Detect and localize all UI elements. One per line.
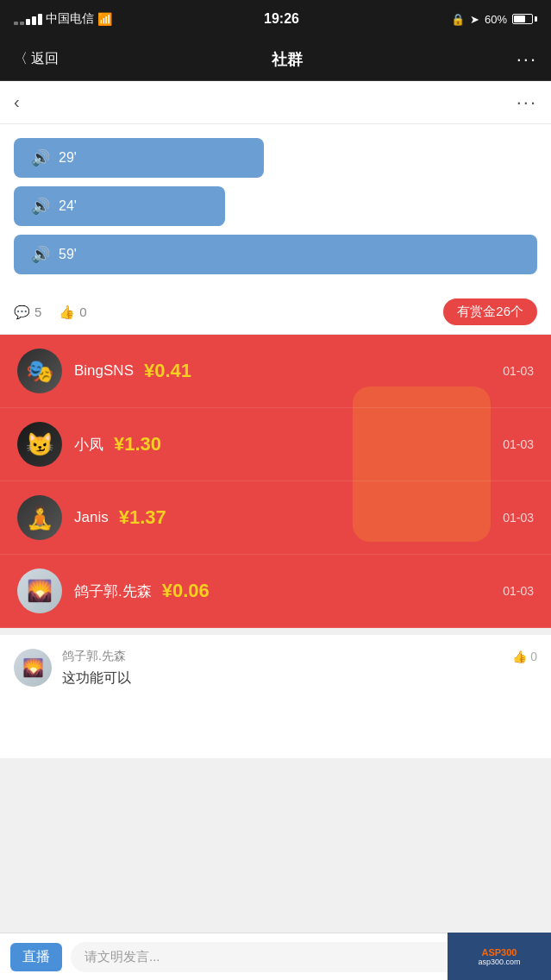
- reward-item-3[interactable]: 🧘 Janis ¥1.37 01-03: [0, 481, 551, 555]
- comment-section: 🌄 鸽子郭.先森 👍 0 这功能可以: [0, 628, 551, 702]
- status-bar: 中国电信 📶 19:26 🔒 ➤ 60%: [0, 0, 551, 38]
- voice-duration-3: 59': [59, 247, 77, 262]
- reward-amount-1: ¥0.41: [144, 360, 191, 382]
- action-left: 💬 5 👍 0: [14, 305, 87, 320]
- comment-username: 鸽子郭.先森: [62, 649, 126, 664]
- reward-button[interactable]: 有赏金26个: [443, 298, 537, 325]
- nav-more-button[interactable]: ···: [517, 48, 537, 71]
- reward-name-2: 小凤: [74, 435, 103, 455]
- watermark-url: asp300.com: [478, 958, 520, 966]
- like-button[interactable]: 👍 0: [59, 305, 86, 320]
- voice-icon-1: 🔊: [31, 148, 50, 167]
- comment-avatar: 🌄: [14, 649, 52, 687]
- reward-name-3: Janis: [74, 509, 109, 526]
- comment-content: 鸽子郭.先森 👍 0 这功能可以: [62, 649, 537, 688]
- reward-list: 🎭 BingSNS ¥0.41 01-03 😼 小凤 ¥1.30 01-03 🧘: [0, 335, 551, 628]
- reward-date-4: 01-03: [503, 584, 534, 598]
- nav-title: 社群: [272, 49, 303, 70]
- reward-name-4: 鸽子郭.先森: [74, 581, 152, 601]
- comment-item-1: 🌄 鸽子郭.先森 👍 0 这功能可以: [14, 649, 537, 688]
- sub-back-button[interactable]: ‹: [14, 92, 20, 112]
- carrier-label: 中国电信: [46, 11, 94, 27]
- main-content: ‹ ··· 🔊 29' 🔊 24' 🔊 59' 💬 5 👍: [0, 81, 551, 758]
- voice-icon-3: 🔊: [31, 245, 50, 264]
- sub-back-icon: ‹: [14, 92, 20, 111]
- like-count: 0: [79, 305, 86, 319]
- reward-amount-3: ¥1.37: [119, 506, 166, 529]
- reward-item-2[interactable]: 😼 小凤 ¥1.30 01-03: [0, 408, 551, 481]
- voice-duration-2: 24': [59, 198, 77, 214]
- action-bar: 💬 5 👍 0 有赏金26个: [0, 290, 551, 335]
- status-left: 中国电信 📶: [14, 11, 112, 27]
- nav-back-button[interactable]: 〈 返回: [14, 50, 59, 68]
- reward-date-2: 01-03: [503, 437, 534, 451]
- battery-icon: [512, 14, 537, 24]
- voice-message-1[interactable]: 🔊 29': [14, 138, 264, 178]
- comment-like-button[interactable]: 👍 0: [512, 650, 537, 663]
- watermark-brand: ASP300: [482, 947, 517, 958]
- voice-messages-container: 🔊 29' 🔊 24' 🔊 59': [0, 124, 551, 290]
- reward-date-3: 01-03: [503, 511, 534, 525]
- location-icon: ➤: [470, 13, 479, 26]
- reward-amount-2: ¥1.30: [114, 433, 161, 455]
- avatar-geguo: 🌄: [17, 569, 62, 613]
- comment-header: 鸽子郭.先森 👍 0: [62, 649, 537, 664]
- status-right: 🔒 ➤ 60%: [451, 13, 537, 26]
- voice-icon-2: 🔊: [31, 197, 50, 216]
- sub-nav: ‹ ···: [0, 81, 551, 124]
- watermark: ASP300 asp300.com: [448, 933, 551, 980]
- comment-text: 这功能可以: [62, 668, 537, 688]
- comment-button[interactable]: 💬 5: [14, 305, 41, 320]
- avatar-xiaofeng: 😼: [17, 422, 62, 467]
- status-time: 19:26: [264, 11, 299, 27]
- avatar-bingsns: 🎭: [17, 349, 62, 393]
- sub-more-icon: ···: [517, 91, 537, 113]
- back-chevron-icon: 〈: [14, 50, 28, 68]
- reward-item-1[interactable]: 🎭 BingSNS ¥0.41 01-03: [0, 335, 551, 408]
- battery-label: 60%: [485, 13, 507, 26]
- lock-icon: 🔒: [451, 13, 465, 26]
- comment-like-count: 0: [530, 650, 537, 663]
- bottom-spacer: [0, 702, 551, 758]
- voice-message-3[interactable]: 🔊 59': [14, 235, 537, 274]
- like-icon: 👍: [59, 305, 75, 320]
- reward-amount-4: ¥0.06: [162, 580, 210, 602]
- nav-bar: 〈 返回 社群 ···: [0, 38, 551, 81]
- live-button[interactable]: 直播: [10, 943, 62, 971]
- reward-section: ¥ 🎭 BingSNS ¥0.41 01-03 😼 小凤 ¥1.30 01-03: [0, 335, 551, 628]
- voice-message-2[interactable]: 🔊 24': [14, 186, 225, 226]
- voice-duration-1: 29': [59, 150, 77, 166]
- comment-like-icon: 👍: [512, 650, 527, 663]
- signal-icon: [14, 14, 42, 25]
- reward-date-1: 01-03: [503, 364, 534, 378]
- wifi-icon: 📶: [97, 12, 112, 26]
- nav-back-label: 返回: [31, 50, 59, 68]
- comment-icon: 💬: [14, 305, 30, 320]
- comment-count: 5: [34, 305, 41, 319]
- reward-name-1: BingSNS: [74, 362, 134, 380]
- sub-more-button[interactable]: ···: [517, 91, 537, 114]
- avatar-janis: 🧘: [17, 495, 62, 540]
- reward-item-4[interactable]: 🌄 鸽子郭.先森 ¥0.06 01-03: [0, 555, 551, 628]
